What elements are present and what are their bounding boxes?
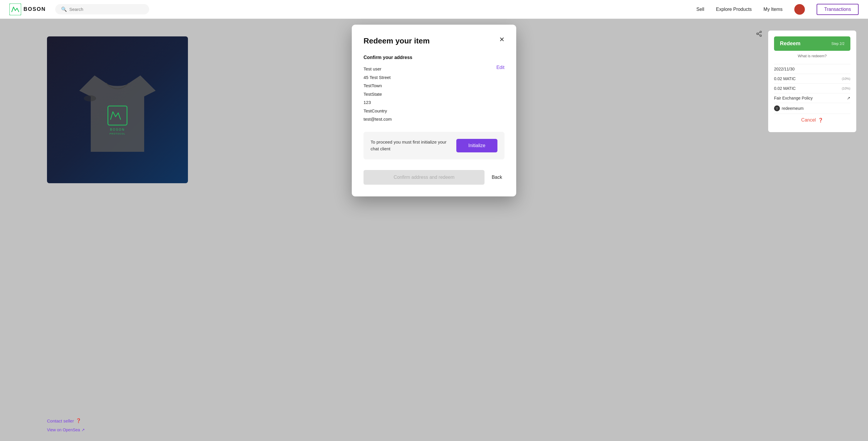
address-zip: 123	[364, 98, 504, 107]
search-input[interactable]	[69, 7, 143, 12]
header-nav: Sell Explore Products My Items Transacti…	[696, 4, 859, 15]
modal-overlay: Redeem your item ✕ Confirm your address …	[0, 19, 868, 441]
logo: BOSON	[9, 3, 46, 15]
nav-sell[interactable]: Sell	[696, 7, 705, 12]
address-state: TestState	[364, 90, 504, 99]
initialize-text: To proceed you must first initialize you…	[371, 139, 452, 152]
modal-title: Redeem your item	[364, 36, 430, 45]
back-button[interactable]: Back	[489, 170, 504, 185]
redeem-modal: Redeem your item ✕ Confirm your address …	[352, 25, 516, 196]
address-email: test@test.com	[364, 115, 504, 124]
nav-my-items[interactable]: My Items	[764, 7, 782, 12]
search-icon: 🔍	[61, 6, 67, 12]
address-country: TestCountry	[364, 107, 504, 116]
initialize-box: To proceed you must first initialize you…	[364, 132, 504, 159]
avatar[interactable]	[794, 4, 805, 15]
modal-header: Redeem your item ✕	[364, 36, 504, 45]
logo-text: BOSON	[24, 6, 46, 12]
header: BOSON 🔍 Sell Explore Products My Items T…	[0, 0, 868, 19]
search-bar[interactable]: 🔍	[55, 4, 149, 14]
modal-footer: Confirm address and redeem Back	[364, 170, 504, 185]
initialize-button[interactable]: Initialize	[456, 139, 497, 152]
edit-address-button[interactable]: Edit	[496, 65, 504, 70]
logo-icon	[9, 3, 21, 15]
address-block: Test user 45 Test Street TestTown TestSt…	[364, 65, 504, 124]
svg-rect-0	[9, 3, 21, 15]
address-town: TestTown	[364, 82, 504, 90]
address-street: 45 Test Street	[364, 73, 504, 82]
confirm-redeem-button: Confirm address and redeem	[364, 170, 485, 185]
address-name: Test user	[364, 65, 504, 73]
main-content: BOSON PROTOCOL Contact seller ❓ View on …	[0, 19, 868, 441]
close-button[interactable]: ✕	[499, 36, 504, 43]
transactions-button[interactable]: Transactions	[816, 4, 859, 15]
confirm-address-label: Confirm your address	[364, 55, 504, 60]
nav-explore[interactable]: Explore Products	[716, 7, 752, 12]
